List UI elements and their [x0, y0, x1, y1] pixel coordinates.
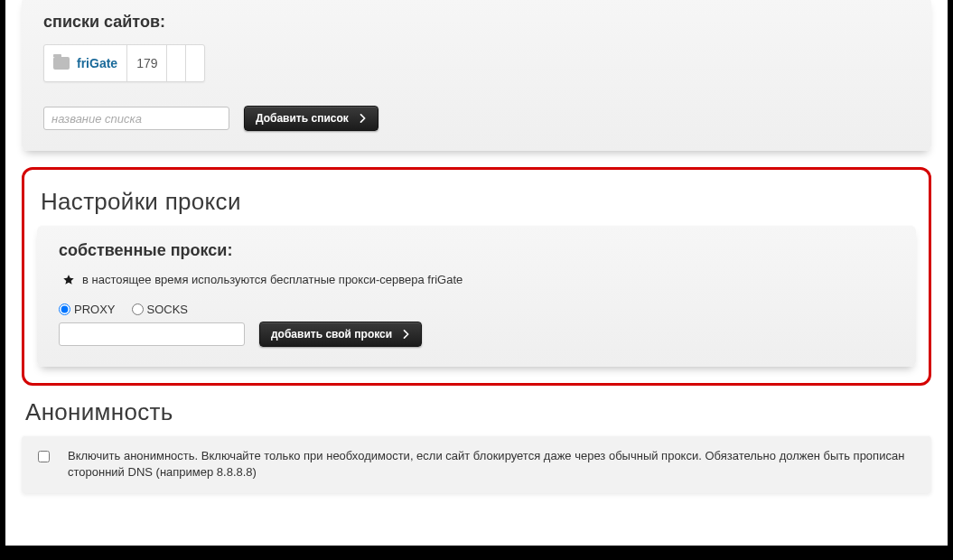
radio-proxy[interactable]: PROXY [59, 303, 116, 316]
add-proxy-row: добавить свой прокси [59, 322, 894, 347]
add-list-button[interactable]: Добавить список [244, 106, 378, 131]
site-list-main[interactable]: friGate [44, 45, 127, 81]
add-list-row: Добавить список [43, 106, 910, 131]
radio-socks[interactable]: SOCKS [132, 303, 189, 316]
site-list-item[interactable]: friGate 179 [43, 44, 205, 82]
proxy-note-text: в настоящее время используются бесплатны… [82, 273, 462, 286]
proxy-note: в настоящее время используются бесплатны… [62, 273, 894, 286]
site-list-spacer-2 [186, 45, 204, 81]
chevron-right-icon [356, 111, 370, 126]
anonymity-description: Включить анонимность. Включайте только п… [68, 448, 915, 481]
anonymity-checkbox[interactable] [38, 451, 50, 462]
site-lists-title: списки сайтов: [43, 13, 910, 32]
anonymity-card: Включить анонимность. Включайте только п… [22, 435, 931, 493]
proxy-settings-section: Настройки прокси собственные прокси: в н… [22, 167, 931, 386]
proxy-heading: Настройки прокси [41, 188, 912, 216]
add-proxy-button[interactable]: добавить свой прокси [259, 322, 422, 347]
radio-proxy-label: PROXY [74, 303, 116, 316]
radio-socks-input[interactable] [132, 303, 144, 315]
folder-icon [53, 57, 70, 70]
chevron-right-icon [399, 327, 414, 341]
anonymity-heading: Анонимность [25, 398, 928, 426]
settings-page: списки сайтов: friGate 179 Добавить спис… [5, 0, 948, 546]
radio-socks-label: SOCKS [147, 303, 189, 316]
add-proxy-button-label: добавить свой прокси [271, 328, 392, 341]
proxy-type-radios: PROXY SOCKS [59, 303, 894, 316]
radio-proxy-input[interactable] [59, 303, 70, 315]
site-list-name: friGate [77, 56, 117, 70]
list-name-input[interactable] [43, 107, 229, 130]
site-lists-card: списки сайтов: friGate 179 Добавить спис… [22, 0, 931, 151]
proxy-card: собственные прокси: в настоящее время ис… [37, 225, 916, 367]
own-proxy-title: собственные прокси: [59, 241, 894, 260]
proxy-address-input[interactable] [59, 322, 245, 346]
add-list-button-label: Добавить список [256, 112, 349, 125]
site-list-spacer-1 [167, 45, 186, 81]
site-list-count: 179 [127, 45, 167, 81]
star-icon [62, 274, 75, 286]
